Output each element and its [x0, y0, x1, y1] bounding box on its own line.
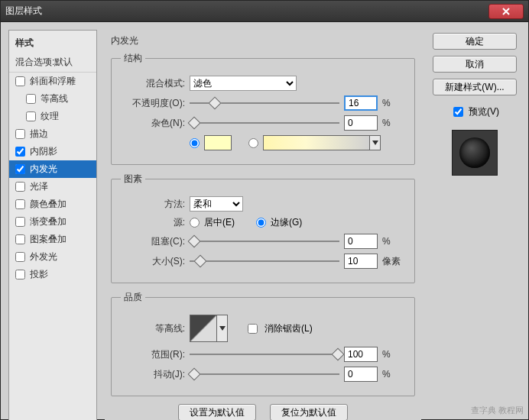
percent-unit: % [382, 236, 405, 247]
noise-slider[interactable] [190, 116, 339, 130]
source-edge-radio[interactable] [256, 218, 266, 228]
opacity-input[interactable] [344, 95, 378, 111]
technique-select[interactable]: 柔和 [190, 196, 243, 212]
make-default-button[interactable]: 设置为默认值 [178, 404, 256, 420]
style-item[interactable]: 纹理 [9, 108, 96, 125]
percent-unit: % [382, 369, 405, 380]
noise-input[interactable] [344, 115, 378, 131]
style-item[interactable]: 描边 [9, 125, 96, 143]
percent-unit: % [382, 349, 405, 360]
style-checkbox[interactable] [26, 94, 36, 104]
preview-thumbnail [452, 130, 498, 176]
style-item[interactable]: 渐变叠加 [9, 213, 96, 231]
elements-legend: 图素 [121, 173, 145, 186]
quality-group: 品质 等高线: 消除锯齿(L) 范围(R): [111, 291, 415, 396]
style-label: 颜色叠加 [30, 198, 67, 211]
style-item[interactable]: 内发光 [9, 160, 96, 178]
close-icon [502, 8, 510, 15]
titlebar: 图层样式 [1, 1, 528, 22]
style-checkbox[interactable] [15, 270, 25, 279]
jitter-label: 抖动(J): [121, 368, 185, 381]
noise-label: 杂色(N): [121, 117, 185, 130]
jitter-slider[interactable] [190, 367, 339, 381]
style-item[interactable]: 外发光 [9, 248, 96, 266]
range-input[interactable] [344, 347, 378, 362]
contour-label: 等高线: [121, 322, 185, 335]
size-slider[interactable] [190, 254, 339, 268]
style-checkbox[interactable] [15, 199, 25, 209]
style-checkbox[interactable] [15, 234, 25, 244]
choke-input[interactable] [344, 234, 378, 249]
source-center-radio[interactable] [190, 218, 200, 228]
blend-mode-label: 混合模式: [121, 77, 185, 90]
style-checkbox[interactable] [15, 76, 25, 86]
style-item[interactable]: 斜面和浮雕 [9, 73, 96, 90]
opacity-label: 不透明度(O): [121, 97, 185, 110]
reset-default-button[interactable]: 复位为默认值 [270, 404, 348, 420]
ok-button[interactable]: 确定 [433, 33, 517, 50]
style-item[interactable]: 颜色叠加 [9, 195, 96, 213]
style-label: 纹理 [41, 110, 59, 123]
structure-group: 结构 混合模式: 滤色 不透明度(O): % 杂色(N): [111, 52, 415, 165]
style-checkbox[interactable] [15, 182, 25, 192]
px-unit: 像素 [382, 255, 405, 268]
preview-checkbox[interactable] [453, 107, 463, 117]
styles-list: 样式 混合选项:默认 斜面和浮雕等高线纹理描边内阴影内发光光泽颜色叠加渐变叠加图… [8, 30, 97, 420]
size-input[interactable] [344, 254, 378, 269]
chevron-down-icon [372, 141, 378, 145]
technique-label: 方法: [121, 198, 185, 211]
style-label: 内发光 [30, 163, 57, 176]
style-checkbox[interactable] [26, 111, 36, 121]
style-checkbox[interactable] [15, 147, 25, 157]
dialog-buttons: 确定 取消 新建样式(W)... 预览(V) [429, 30, 521, 420]
source-label: 源: [121, 216, 185, 229]
opacity-slider[interactable] [190, 96, 339, 110]
contour-picker[interactable] [190, 315, 217, 342]
solid-color-radio[interactable] [190, 138, 200, 148]
blend-mode-select[interactable]: 滤色 [190, 76, 297, 91]
style-item[interactable]: 图案叠加 [9, 231, 96, 248]
style-label: 投影 [30, 268, 48, 281]
color-swatch[interactable] [204, 135, 232, 150]
percent-unit: % [382, 118, 405, 128]
preview-label: 预览(V) [469, 105, 499, 118]
style-label: 外发光 [30, 250, 57, 263]
quality-legend: 品质 [121, 291, 145, 304]
gradient-swatch[interactable] [263, 135, 370, 150]
style-checkbox[interactable] [15, 217, 25, 227]
contour-dropdown[interactable] [217, 315, 228, 342]
watermark: 查字典 教程网 [471, 405, 524, 416]
percent-unit: % [382, 98, 405, 108]
cancel-button[interactable]: 取消 [433, 56, 517, 73]
styles-header: 样式 [9, 34, 96, 53]
size-label: 大小(S): [121, 255, 185, 268]
antialias-checkbox[interactable] [248, 324, 258, 334]
source-center-label: 居中(E) [204, 216, 235, 229]
range-label: 范围(R): [121, 348, 185, 361]
style-label: 渐变叠加 [30, 215, 67, 228]
new-style-button[interactable]: 新建样式(W)... [433, 79, 517, 95]
style-checkbox[interactable] [15, 129, 25, 139]
style-checkbox[interactable] [15, 252, 25, 262]
choke-label: 阻塞(C): [121, 235, 185, 248]
style-checkbox[interactable] [15, 164, 25, 174]
range-slider[interactable] [190, 347, 339, 361]
gradient-dropdown[interactable] [370, 135, 381, 150]
style-item[interactable]: 内阴影 [9, 143, 96, 160]
blend-options-header[interactable]: 混合选项:默认 [9, 53, 96, 73]
style-item[interactable]: 光泽 [9, 178, 96, 195]
style-label: 图案叠加 [30, 233, 67, 246]
style-item[interactable]: 等高线 [9, 90, 96, 108]
style-item[interactable]: 投影 [9, 266, 96, 283]
source-edge-label: 边缘(G) [271, 216, 302, 229]
preview-orb [459, 137, 490, 168]
jitter-input[interactable] [344, 367, 378, 382]
style-label: 描边 [30, 128, 48, 141]
gradient-radio[interactable] [248, 138, 258, 148]
structure-legend: 结构 [121, 52, 145, 65]
close-button[interactable] [488, 4, 524, 19]
antialias-label: 消除锯齿(L) [264, 322, 313, 335]
choke-slider[interactable] [190, 234, 339, 248]
style-label: 等高线 [41, 92, 68, 105]
style-label: 内阴影 [30, 145, 57, 158]
